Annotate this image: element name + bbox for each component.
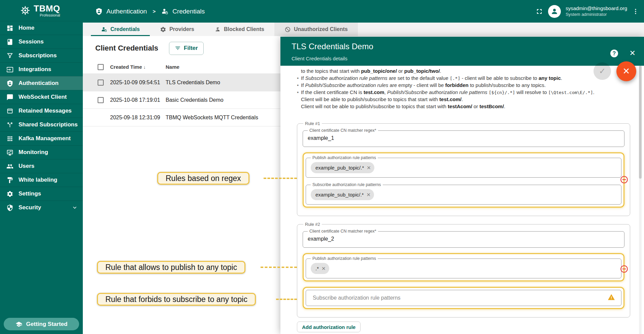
filter-button[interactable]: Filter (169, 42, 204, 55)
sidebar-item-integrations[interactable]: Integrations (0, 62, 83, 76)
sidebar-item-subscriptions[interactable]: Subscriptions (0, 49, 83, 62)
shield-icon (6, 204, 13, 211)
row-checkbox[interactable] (98, 80, 104, 86)
user-role: System administrator (566, 12, 627, 17)
sidebar-item-home[interactable]: Home (0, 21, 83, 35)
select-all-checkbox[interactable] (98, 64, 104, 70)
sidebar-item-label: Subscriptions (19, 52, 57, 59)
sidebar-item-label: White labeling (19, 177, 57, 183)
person-lock-icon (161, 8, 169, 15)
rule-2-fieldset: Rule #2 Client certificate CN matcher re… (297, 222, 630, 317)
cn-regex-field[interactable]: Client certificate CN matcher regex* exa… (303, 128, 624, 147)
top-header: Authentication > Credentials sysadmin@th… (83, 0, 644, 23)
tbmq-logo[interactable]: TBMQ Professional (0, 0, 83, 21)
breadcrumb-item-credentials[interactable]: Credentials (172, 8, 205, 15)
table-row[interactable]: 2025-09-18 12:31:09 TBMQ WebSockets MQTT… (83, 109, 280, 126)
regex-rules-highlight: Publish authorization rule patterns exam… (303, 152, 624, 208)
tab-credentials[interactable]: Credentials (91, 23, 150, 36)
sidebar-item-retained-messages[interactable]: Retained Messages (0, 104, 83, 118)
tab-label: Blocked Clients (224, 26, 264, 32)
cn-regex-value[interactable]: example_1 (308, 135, 619, 141)
annotation-forbid-subscribe-any-topic: Rule that forbids to subscribe to any to… (97, 293, 256, 306)
help-icon[interactable]: ? (610, 50, 618, 57)
chip-remove-icon[interactable]: ✕ (367, 165, 371, 171)
breadcrumb-item-authentication[interactable]: Authentication (106, 8, 147, 15)
sidebar-item-users[interactable]: Users (0, 159, 83, 173)
more-menu-button[interactable] (632, 8, 639, 15)
scrollbar-thumb[interactable] (639, 66, 642, 179)
remove-rule-button[interactable] (620, 175, 629, 185)
sidebar-item-white-labeling[interactable]: White labeling (0, 173, 83, 187)
subscribe-patterns-placeholder: Subscribe authorization rule patterns (313, 295, 401, 301)
bullet-item: If Publish/Subscribe authorization rules… (297, 82, 630, 89)
sidebar-item-label: Sessions (19, 38, 44, 45)
tab-blocked-clients[interactable]: Blocked Clients (204, 23, 274, 36)
details-panel-body: to the topics that start with pub_topic/… (280, 66, 644, 332)
chip-label: example_sub_topic/.* (315, 192, 364, 198)
panel-scrollbar[interactable] (639, 66, 642, 334)
chevron-down-icon[interactable] (71, 204, 78, 211)
school-icon (15, 321, 22, 328)
table-header-row: Created Time↓ Name (83, 60, 280, 74)
sidebar-item-label: Home (19, 25, 34, 31)
sidebar-item-websocket-client[interactable]: WebSocket Client (0, 90, 83, 104)
sidebar-item-authentication[interactable]: Authentication (0, 76, 83, 90)
filter-label: Filter (184, 45, 198, 52)
fullscreen-button[interactable] (535, 7, 543, 16)
subscribe-patterns-field[interactable]: Subscribe authorization rule patterns ex… (306, 182, 621, 205)
rule-1-fieldset: Rule #1 Client certificate CN matcher re… (297, 121, 630, 216)
bullet-item: If Subscribe authorization rule patterns… (297, 75, 630, 82)
remove-rule-button[interactable] (620, 265, 629, 275)
sidebar-item-sessions[interactable]: Sessions (0, 35, 83, 49)
chat-icon (6, 94, 13, 101)
details-panel: TLS Credentials Demo Client Credentials … (280, 37, 644, 334)
column-name[interactable]: Name (166, 64, 280, 70)
pattern-chip: .* ✕ (311, 263, 329, 274)
split-icon (6, 121, 13, 128)
chip-remove-icon[interactable]: ✕ (321, 266, 326, 272)
paint-icon (6, 177, 13, 184)
close-icon[interactable]: ✕ (630, 49, 636, 58)
sidebar-item-kafka-management[interactable]: Kafka Management (0, 131, 83, 145)
user-info[interactable]: sysadmin@thingsboard.org System administ… (566, 5, 627, 17)
block-icon (284, 26, 291, 33)
annotation-allow-publish-any-topic: Rule that allows to publish to any topic (97, 261, 245, 274)
sidebar-item-monitoring[interactable]: Monitoring (0, 145, 83, 159)
publish-patterns-label: Publish authorization rule patterns (311, 256, 378, 261)
tab-providers[interactable]: Providers (150, 23, 204, 36)
tab-unauthorized-clients[interactable]: Unauthorized Clients (274, 23, 358, 36)
subscribe-patterns-field[interactable]: Subscribe authorization rule patterns (306, 290, 621, 306)
discard-changes-fab[interactable]: ✕ (616, 61, 636, 81)
table-row[interactable]: 2025-10-09 09:54:51 TLS Credentials Demo (83, 74, 280, 91)
funnel-icon (6, 52, 13, 59)
apply-changes-fab[interactable]: ✓ (594, 62, 611, 80)
row-created-time: 2025-09-18 12:31:09 (110, 115, 166, 121)
breadcrumb: Authentication > Credentials (95, 8, 205, 15)
cn-regex-value[interactable]: example_2 (308, 236, 619, 242)
cn-regex-field[interactable]: Client certificate CN matcher regex* exa… (303, 229, 624, 248)
table-row[interactable]: 2025-10-08 17:19:01 Basic Credentials De… (83, 91, 280, 109)
person-lock-icon (101, 26, 107, 33)
logo-title: TBMQ (34, 4, 60, 13)
tab-label: Credentials (110, 26, 140, 32)
sidebar-item-settings[interactable]: Settings (0, 187, 83, 201)
getting-started-button[interactable]: Getting Started (4, 318, 79, 330)
sidebar-item-security[interactable]: Security (0, 201, 83, 214)
column-created-time[interactable]: Created Time↓ (110, 64, 166, 70)
avatar[interactable] (548, 5, 561, 18)
sidebar-item-label: Settings (19, 190, 41, 197)
inbox-icon (6, 108, 13, 115)
getting-started-label: Getting Started (26, 321, 68, 328)
pattern-chip: example_pub_topic/.* ✕ (311, 162, 374, 173)
add-authorization-rule-button[interactable]: Add authorization rule (297, 322, 361, 332)
sidebar-item-shared-subscriptions[interactable]: Shared Subscriptions (0, 118, 83, 131)
annotation-connector (261, 267, 297, 268)
publish-patterns-field[interactable]: Publish authorization rule patterns exam… (306, 155, 621, 178)
monitor-icon (6, 149, 13, 156)
details-panel-header: TLS Credentials Demo Client Credentials … (280, 37, 644, 66)
chip-remove-icon[interactable]: ✕ (366, 192, 371, 198)
publish-patterns-field[interactable]: Publish authorization rule patterns .* ✕ (306, 256, 621, 278)
warning-icon (608, 294, 615, 302)
row-checkbox[interactable] (98, 97, 104, 103)
row-name: Basic Credentials Demo (166, 97, 280, 103)
